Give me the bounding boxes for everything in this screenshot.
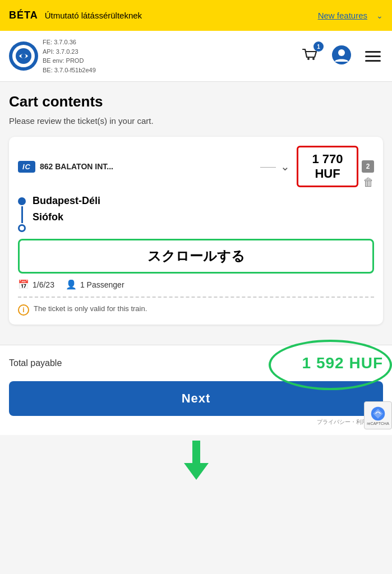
- logo-area[interactable]: FE: 3.7.0.36API: 3.7.0.23BE env: PRODBE:…: [9, 38, 96, 75]
- price-amount: 1 770 HUF: [307, 152, 348, 181]
- ic-badge: IC: [18, 161, 35, 173]
- page-subtitle: Please review the ticket(s) in your cart…: [9, 116, 383, 126]
- ticket-chevron-icon[interactable]: ⌄: [280, 160, 290, 173]
- ticket-date: 1/6/23: [33, 280, 54, 289]
- info-icon: i: [18, 304, 29, 316]
- scroll-box: スクロールする: [18, 239, 374, 274]
- ticket-details: 📅 1/6/23 👤 1 Passenger: [18, 279, 374, 290]
- version-info: FE: 3.7.0.36API: 3.7.0.23BE env: PRODBE:…: [43, 38, 96, 75]
- page-title: Cart contents: [9, 93, 383, 110]
- ticket-passengers: 1 Passenger: [80, 280, 124, 289]
- route-dots: [18, 195, 26, 232]
- arrow-head: [184, 463, 209, 480]
- origin-stop: Budapest-Déli: [33, 195, 100, 207]
- cart-button[interactable]: 1: [300, 45, 320, 67]
- arrow-shaft: [192, 441, 200, 463]
- beta-banner: BÉTA Útmutató látássérülteknek New featu…: [0, 0, 392, 31]
- route-stops: Budapest-Déli Siófok: [33, 195, 100, 223]
- total-row: Total payable 1 592 HUF: [9, 354, 383, 372]
- price-chevron-area: ⌄ 1 770 HUF 2: [280, 146, 374, 187]
- new-features-link[interactable]: New features: [318, 11, 367, 20]
- recaptcha-label: reCAPTCHA: [367, 422, 389, 425]
- origin-dot: [18, 197, 26, 205]
- svg-point-3: [21, 54, 26, 58]
- route-section: Budapest-Déli Siófok: [18, 195, 374, 232]
- main-content: Cart contents Please review the ticket(s…: [0, 82, 392, 336]
- ticket-card: IC 862 BALATON INT... —— ⌄ 1 770 HUF 2 🗑: [9, 137, 383, 325]
- route-line: [21, 206, 23, 223]
- guide-text: Útmutató látássérülteknek: [45, 11, 142, 20]
- date-detail: 📅 1/6/23: [18, 279, 54, 290]
- nav-icons: 1: [300, 45, 383, 67]
- green-arrow-annotation: [0, 435, 392, 485]
- beta-label: BÉTA: [9, 10, 38, 21]
- hamburger-line-2: [365, 55, 381, 57]
- user-icon: [331, 45, 352, 65]
- cart-badge: 1: [313, 41, 324, 52]
- recaptcha-badge: reCAPTCHA: [364, 401, 392, 429]
- price-box: 1 770 HUF: [297, 146, 358, 187]
- next-button[interactable]: Next: [9, 381, 383, 416]
- dotted-separator: [18, 297, 374, 298]
- destination-stop: Siófok: [33, 211, 100, 223]
- passenger-detail: 👤 1 Passenger: [66, 279, 124, 290]
- total-amount: 1 592 HUF: [302, 354, 383, 372]
- header-nav: FE: 3.7.0.36API: 3.7.0.23BE env: PRODBE:…: [0, 31, 392, 82]
- hamburger-line-3: [365, 60, 381, 62]
- bottom-section: Total payable 1 592 HUF Next reCAPTCHA プ…: [0, 345, 392, 435]
- ticket-top-row: IC 862 BALATON INT... —— ⌄ 1 770 HUF 2: [18, 146, 374, 187]
- price-value: 1 770: [312, 152, 343, 166]
- user-button[interactable]: [331, 45, 352, 67]
- calendar-icon: 📅: [18, 279, 29, 290]
- dashes: ——: [260, 162, 276, 171]
- train-name: 862 BALATON INT...: [40, 162, 256, 171]
- recaptcha-icon: [370, 406, 386, 422]
- scroll-text: スクロールする: [147, 248, 245, 263]
- delete-icon[interactable]: 🗑: [363, 176, 374, 189]
- svg-point-5: [312, 58, 315, 60]
- mav-logo: [9, 41, 38, 71]
- scroll-annotation: スクロールする: [18, 239, 374, 274]
- destination-dot: [18, 224, 26, 232]
- total-label: Total payable: [9, 358, 62, 368]
- svg-point-7: [338, 49, 345, 56]
- page-badge: 2: [362, 160, 374, 173]
- hamburger-line-1: [365, 51, 381, 53]
- terms-text: プライバシー・利用規約: [9, 418, 383, 426]
- price-currency: HUF: [315, 166, 340, 180]
- chevron-down-icon[interactable]: ⌄: [376, 11, 383, 20]
- menu-button[interactable]: [363, 49, 383, 64]
- svg-point-4: [307, 58, 310, 60]
- info-text: The ticket is only valid for this train.: [34, 304, 147, 313]
- person-icon: 👤: [66, 279, 77, 290]
- info-note: i The ticket is only valid for this trai…: [18, 304, 374, 316]
